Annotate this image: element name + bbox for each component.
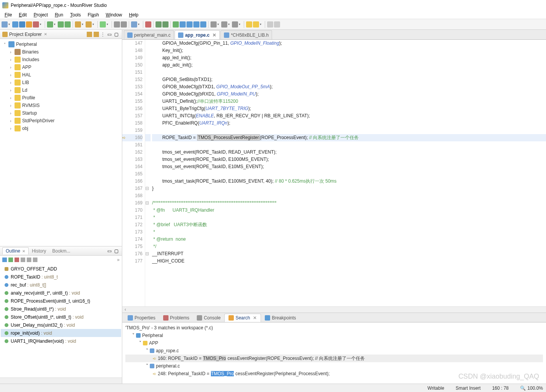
collapse-all-icon[interactable]	[87, 32, 92, 37]
outline-item[interactable]: User_Delay_ms(uint32_t) : void	[1, 321, 121, 329]
search-project[interactable]: ˅ Peripheral	[125, 332, 543, 339]
tree-item[interactable]: ›LIB	[1, 79, 121, 86]
record-icon[interactable]	[145, 21, 151, 28]
search-match-1[interactable]: ➪ 160: ROPE_TaskID = TMOS_ProcessEventRe…	[125, 355, 543, 362]
fwd-icon[interactable]	[253, 21, 259, 28]
outline-item[interactable]: ROPE_ProcessEvent(uint8_t, uint16_t)	[1, 297, 121, 305]
bottom-tab-search[interactable]: Search✕	[224, 314, 261, 322]
save-all-icon[interactable]	[19, 21, 25, 28]
outline-item[interactable]: ROPE_TaskID : uint8_t	[1, 273, 121, 281]
editor-tab[interactable]: app_rope.c✕	[175, 30, 220, 39]
search-match-2[interactable]: ➪ 248: Peripheral_TaskID = TMOS_ProcessE…	[125, 370, 543, 377]
stop-build-icon[interactable]	[33, 21, 39, 28]
minimize-icon[interactable]: ▭	[107, 248, 113, 254]
editor[interactable]: ➪ 14714814915015115215315415515615715815…	[122, 40, 546, 306]
editor-tab[interactable]: peripheral_main.c	[124, 30, 174, 39]
status-zoom[interactable]: 🔍 100.0%	[520, 386, 543, 391]
sort-icon[interactable]	[2, 258, 7, 262]
filter-d-icon[interactable]	[27, 258, 31, 262]
chevron-icon[interactable]: »	[117, 257, 120, 262]
menu-tools[interactable]: Tools	[67, 11, 84, 18]
tree-item[interactable]: ›Ld	[1, 86, 121, 94]
tree-item[interactable]: ›APP	[1, 63, 121, 71]
search-folder[interactable]: ˅ APP	[125, 339, 543, 347]
step-into-icon[interactable]	[186, 21, 193, 28]
editor-scroll-h[interactable]: ‹	[122, 306, 546, 313]
tool-b-icon[interactable]	[121, 21, 127, 28]
run-icon[interactable]	[173, 21, 179, 28]
tool-g-icon[interactable]	[211, 21, 217, 28]
tool-f-icon[interactable]	[162, 21, 168, 28]
tree-item[interactable]: ›Binaries	[1, 48, 121, 56]
filter-e-icon[interactable]	[33, 258, 37, 262]
menu-window[interactable]: Window	[103, 11, 125, 18]
tool-c-icon[interactable]	[131, 21, 137, 28]
dropdown-icon[interactable]: ▾	[8, 23, 11, 26]
tool-a-icon[interactable]	[114, 21, 120, 28]
tree-item[interactable]: ›Startup	[1, 109, 121, 117]
view-menu-icon[interactable]: ⋮	[100, 32, 106, 37]
minimize-icon[interactable]: ▭	[107, 32, 113, 37]
new-icon[interactable]	[2, 21, 8, 28]
tab-bookmarks[interactable]: Bookm...	[49, 248, 73, 254]
download3-icon[interactable]	[65, 21, 71, 28]
bottom-tab-properties[interactable]: Properties	[124, 314, 159, 322]
folder-icon[interactable]	[75, 21, 81, 28]
outline-item[interactable]: analy_recv(uint8_t*, uint8_t) : void	[1, 289, 121, 297]
outline-item[interactable]: Stroe_Read(uint8_t*) : void	[1, 305, 121, 313]
tab-history[interactable]: History	[29, 248, 49, 254]
zoom-out-icon[interactable]: 🔍	[520, 386, 526, 391]
menu-flash[interactable]: Flash	[84, 11, 102, 18]
folder2-icon[interactable]	[86, 21, 92, 28]
editor-tab[interactable]: *CH58xBLE_LIB.h	[220, 30, 272, 39]
download-icon[interactable]	[47, 21, 53, 28]
tree-item[interactable]: ›HAL	[1, 71, 121, 79]
resume-icon[interactable]	[200, 21, 206, 28]
tree-item[interactable]: ›StdPeriphDriver	[1, 117, 121, 125]
filter-c-icon[interactable]	[21, 258, 25, 262]
redo-icon[interactable]	[274, 21, 280, 28]
filter-b-icon[interactable]	[15, 258, 19, 262]
menu-help[interactable]: Help	[126, 11, 142, 18]
step-out-icon[interactable]	[193, 21, 199, 28]
tab-outline[interactable]: Outline ✕	[2, 247, 29, 254]
scrollbar-h[interactable]	[0, 377, 122, 384]
tree-item[interactable]: ›obj	[1, 125, 121, 132]
menu-project[interactable]: Project	[31, 11, 51, 18]
tool-i-icon[interactable]	[232, 21, 238, 28]
outline-list[interactable]: GRYO_OFFSET_ADDROPE_TaskID : uint8_trec_…	[0, 264, 122, 377]
close-icon[interactable]: ✕	[212, 32, 216, 38]
back-icon[interactable]	[246, 21, 252, 28]
tree-root[interactable]: ˅ Peripheral	[1, 40, 121, 48]
build-icon[interactable]	[26, 21, 32, 28]
tree-item[interactable]: ›Profile	[1, 94, 121, 102]
tree-item[interactable]: ›RVMSIS	[1, 102, 121, 109]
menu-file[interactable]: File	[2, 11, 15, 18]
bottom-tab-breakpoints[interactable]: Breakpoints	[261, 314, 300, 322]
bottom-tab-console[interactable]: Console	[193, 314, 224, 322]
outline-item[interactable]: UART1_IRQHandler(void) : void	[1, 337, 121, 345]
bug-icon[interactable]	[100, 21, 106, 28]
filter-a-icon[interactable]	[8, 258, 13, 262]
tool-e-icon[interactable]	[156, 21, 162, 28]
menu-edit[interactable]: Edit	[16, 11, 30, 18]
step-over-icon[interactable]	[180, 21, 186, 28]
maximize-icon[interactable]: ▢	[114, 32, 120, 37]
save-icon[interactable]	[12, 21, 18, 28]
close-icon[interactable]: ✕	[44, 32, 47, 36]
bottom-tab-problems[interactable]: Problems	[159, 314, 193, 322]
project-tree[interactable]: ˅ Peripheral ›Binaries›Includes›APP›HAL›…	[0, 39, 122, 246]
download2-icon[interactable]	[58, 21, 64, 28]
menu-run[interactable]: Run	[52, 11, 66, 18]
search-panel[interactable]: 'TMOS_Pro' - 3 matches in workspace (*.c…	[122, 322, 546, 384]
maximize-icon[interactable]: ▢	[114, 248, 120, 254]
outline-item[interactable]: rope_init(void) : void	[1, 329, 121, 337]
tool-h-icon[interactable]	[221, 21, 227, 28]
link-editor-icon[interactable]	[94, 32, 99, 37]
undo-icon[interactable]	[267, 21, 273, 28]
outline-item[interactable]: GRYO_OFFSET_ADD	[1, 265, 121, 273]
search-file-1[interactable]: ˅ app_rope.c	[125, 347, 543, 355]
outline-item[interactable]: rec_buf : uint8_t[]	[1, 281, 121, 289]
tree-item[interactable]: ›Includes	[1, 56, 121, 63]
search-file-2[interactable]: ˅ peripheral.c	[125, 362, 543, 370]
